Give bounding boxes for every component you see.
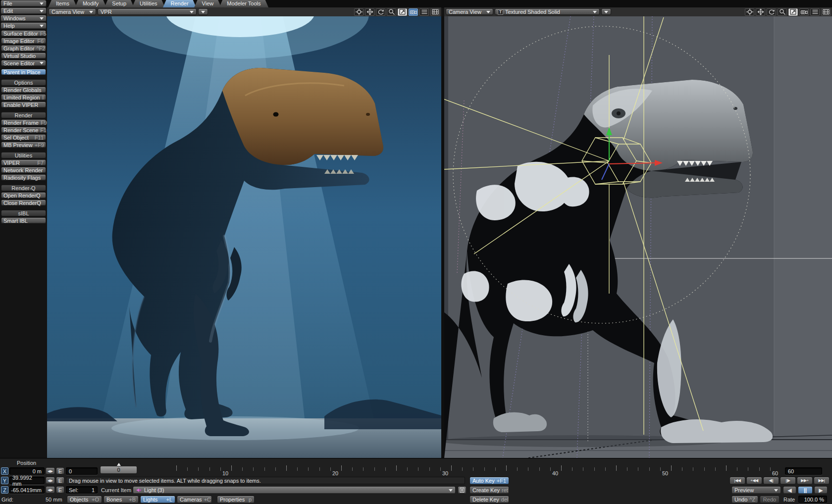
zoom-icon[interactable] — [387, 8, 396, 16]
sidebar-viper[interactable]: VIPERF7 — [1, 159, 46, 166]
pan-icon[interactable] — [756, 8, 765, 16]
tick-label: 40 — [552, 470, 558, 476]
preview-dropdown[interactable]: Preview — [731, 486, 781, 494]
camera-icon[interactable] — [409, 8, 418, 16]
top-tab-bar: Items Modify Setup Utilities Render View… — [0, 0, 832, 8]
center-item-icon[interactable] — [745, 8, 754, 16]
redo-button[interactable]: Redo — [760, 496, 780, 504]
render-viewport[interactable] — [47, 16, 441, 458]
frame-slider[interactable]: 0 — [100, 466, 137, 474]
lights-mode-button[interactable]: Lights+L — [140, 496, 175, 504]
sidebar-graph-editor[interactable]: Graph Editor^F2 — [1, 45, 46, 51]
sidebar-scene-editor[interactable]: Scene Editor — [1, 60, 46, 66]
menu-help[interactable]: Help — [0, 22, 47, 29]
z-envelope-button[interactable]: E — [56, 486, 64, 494]
y-position-field[interactable]: 39.9992 mm — [9, 477, 45, 484]
viewport-options-dropdown-right[interactable] — [601, 8, 611, 15]
z-nudge-button[interactable]: ◀▶ — [46, 486, 55, 494]
tab-modify[interactable]: Modify — [75, 0, 106, 8]
slider-marker-icon — [117, 463, 121, 466]
sidebar-render-globals[interactable]: Render Globals — [1, 87, 46, 93]
z-position-field[interactable]: -65.0419mm — [9, 486, 45, 494]
selection-count-field: Sel:1 — [66, 486, 98, 494]
menu-edit[interactable]: Edit — [0, 7, 47, 14]
pause-button[interactable]: || — [798, 486, 813, 494]
left-toolbar: Surface EditorF5 Image EditorF6 Graph Ed… — [0, 30, 47, 225]
tab-items[interactable]: Items — [48, 0, 77, 8]
goto-start-button[interactable]: |◀◀ — [729, 477, 745, 485]
tab-render[interactable]: Render — [163, 0, 197, 8]
play-forward-button[interactable]: ▶ — [814, 486, 828, 494]
view-type-dropdown-right[interactable]: Camera View — [446, 8, 493, 15]
x-position-field[interactable]: 0 m — [9, 467, 45, 475]
sidebar-mb-preview[interactable]: MB Preview+F9 — [1, 142, 46, 148]
prev-key-button[interactable]: +◀◀ — [746, 477, 762, 485]
x-envelope-button[interactable]: E — [56, 467, 64, 475]
sidebar-radiosity-flags[interactable]: Radiosity Flags — [1, 174, 46, 181]
create-key-button[interactable]: Create Keyret — [469, 486, 509, 494]
auto-key-button[interactable]: Auto Key+F1 — [469, 477, 509, 485]
step-forward-button[interactable]: ||▶ — [780, 477, 796, 485]
pan-icon[interactable] — [365, 8, 374, 16]
y-nudge-button[interactable]: ◀▶ — [46, 477, 55, 484]
list-icon[interactable] — [419, 8, 429, 16]
list-icon[interactable] — [810, 8, 820, 16]
sidebar-network-render[interactable]: Network Render — [1, 167, 46, 173]
tab-utilities[interactable]: Utilities — [132, 0, 165, 8]
bones-mode-button[interactable]: Bones+B — [104, 496, 139, 504]
film-icon[interactable] — [430, 8, 440, 16]
play-reverse-button[interactable]: ◀ — [783, 486, 796, 494]
sidebar-virtual-studio[interactable]: Virtual Studio — [1, 52, 46, 59]
sidebar-enable-viper[interactable]: Enable VIPER — [1, 101, 46, 108]
rotate-view-icon[interactable] — [767, 8, 776, 16]
maximize-viewport-icon[interactable] — [398, 8, 407, 16]
dropdown-arrow-icon — [774, 489, 778, 492]
sidebar-open-renderq[interactable]: Open RenderQ — [1, 192, 46, 199]
y-envelope-button[interactable]: E — [56, 477, 64, 484]
tab-modeler-tools[interactable]: Modeler Tools — [219, 0, 268, 8]
sidebar-smart-ibl[interactable]: Smart IBL — [1, 217, 46, 224]
sidebar-surface-editor[interactable]: Surface EditorF5 — [1, 30, 46, 37]
current-item-dropdown[interactable]: Light (3) — [133, 486, 456, 494]
viewport-options-dropdown-left[interactable] — [198, 8, 208, 15]
camera-icon[interactable] — [799, 8, 809, 16]
center-item-icon[interactable] — [354, 8, 364, 16]
item-properties-button[interactable] — [458, 486, 467, 494]
dropdown-arrow-icon — [40, 62, 44, 64]
tab-setup[interactable]: Setup — [104, 0, 134, 8]
sidebar-render-scene[interactable]: Render SceneF10 — [1, 127, 46, 133]
next-key-button[interactable]: ▶▶+ — [797, 477, 813, 485]
undo-button[interactable]: Undo^Z — [731, 496, 758, 504]
tab-view[interactable]: View — [194, 0, 222, 8]
rotate-view-icon[interactable] — [376, 8, 385, 16]
cameras-mode-button[interactable]: Cameras+C — [177, 496, 212, 504]
goto-end-button[interactable]: ▶▶| — [814, 477, 830, 485]
tick-label: 60 — [772, 470, 778, 476]
sidebar-sel-object[interactable]: Sel ObjectF11 — [1, 134, 46, 141]
delete-key-button[interactable]: Delete Keydel — [469, 496, 509, 504]
sidebar-image-editor[interactable]: Image EditorF6 — [1, 38, 46, 44]
step-back-button[interactable]: ◀|| — [763, 477, 779, 485]
maximize-viewport-icon[interactable] — [788, 8, 798, 16]
sidebar-render-frame[interactable]: Render FrameF9 — [1, 119, 46, 126]
grid-size-value: 50 mm — [46, 497, 62, 503]
sidebar-limited-region[interactable]: Limited Regionl — [1, 94, 46, 101]
timeline-ruler[interactable]: 10 20 30 40 50 60 — [66, 463, 779, 476]
render-mode-dropdown-right[interactable]: TTextured Shaded Solid — [495, 8, 600, 15]
sidebar-close-renderq[interactable]: Close RenderQ — [1, 200, 46, 206]
properties-button[interactable]: Propertiesp — [217, 496, 255, 504]
menu-file[interactable]: File — [0, 0, 47, 7]
y-axis-badge: Y — [1, 477, 8, 484]
view-type-dropdown-left[interactable]: Camera View — [49, 8, 96, 15]
z-axis-badge: Z — [1, 486, 8, 494]
shaded-viewport[interactable] — [444, 16, 832, 458]
film-icon[interactable] — [821, 8, 831, 16]
dropdown-arrow-icon — [486, 11, 490, 13]
menu-windows[interactable]: Windows — [0, 15, 47, 22]
end-frame-field[interactable]: 60 — [785, 467, 822, 475]
zoom-icon[interactable] — [778, 8, 787, 16]
sidebar-parent-in-place[interactable]: Parent in Place — [1, 69, 46, 75]
x-nudge-button[interactable]: ◀▶ — [46, 467, 55, 475]
render-mode-dropdown-left[interactable]: VPR — [98, 8, 197, 15]
objects-mode-button[interactable]: Objects+O — [67, 496, 102, 504]
